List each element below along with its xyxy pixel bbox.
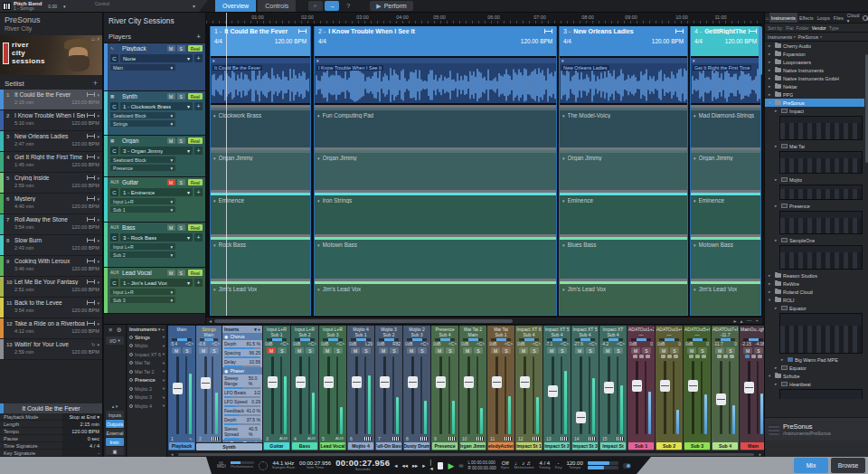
solo-button[interactable]: S xyxy=(177,45,185,52)
song-menu-caret-icon[interactable]: ▾ xyxy=(97,113,99,118)
clip-menu-icon[interactable]: ▾ xyxy=(317,242,320,248)
channel-name-chip[interactable]: Impact St 3 xyxy=(572,442,598,450)
pan-mode-icon[interactable] xyxy=(87,280,95,284)
param-slider[interactable] xyxy=(224,396,260,398)
fader-cap[interactable] xyxy=(604,382,614,393)
chevron-icon[interactable]: ▾ xyxy=(769,298,773,302)
pan-value[interactable]: <C> xyxy=(617,342,625,346)
channel-strip-impact-st-2[interactable]: Impact XT 5Sub 4-7.1<C>MS13Impact St 2 xyxy=(543,326,571,450)
setlist-item[interactable]: 7Roll Away the Stone▾3:54 min120.00 BPM xyxy=(0,214,102,235)
fader-cap[interactable] xyxy=(324,376,334,388)
player-organ[interactable]: ▦OrganMSRealC3 - Organ Jimmy▾+Seaboard B… xyxy=(104,136,205,177)
channel-output-label[interactable]: Sub 4 xyxy=(544,332,570,337)
channel-strip-mojito-4[interactable]: Mojito 4Sub 10dBL29MS6Mojito 4 xyxy=(347,326,374,450)
gain-value[interactable]: -7.1 xyxy=(545,342,552,346)
channel-output-label[interactable]: Main xyxy=(197,332,221,337)
tree-device-mojito[interactable]: ▸Mojito xyxy=(765,175,864,184)
song-column-3[interactable]: 3 -New Orleans Ladies4/4120.00 BPM▾New O… xyxy=(559,26,688,316)
gain-value[interactable]: 0dB xyxy=(349,342,357,346)
chevron-icon[interactable]: ▸ xyxy=(769,43,773,48)
clip-menu-icon[interactable]: ▾ xyxy=(693,198,696,204)
param-slider[interactable] xyxy=(224,414,260,416)
add-patch-icon[interactable]: + xyxy=(194,233,203,242)
arrangement-hscrollbar[interactable]: ◂ ▸▴—+ xyxy=(206,317,762,324)
player-sub-select[interactable]: Input L+R▾ xyxy=(110,289,175,295)
channel-name-chip[interactable]: Main xyxy=(741,442,764,450)
channel-output-label[interactable]: Sub 3 xyxy=(320,332,345,337)
pan-slider[interactable] xyxy=(435,338,455,341)
gain-value[interactable]: -2.15 xyxy=(741,342,751,346)
pan-slider[interactable] xyxy=(547,338,567,341)
fader-area[interactable] xyxy=(432,356,458,435)
mute-button[interactable]: M xyxy=(167,45,175,52)
add-player-icon[interactable]: + xyxy=(197,33,201,41)
fader-cap[interactable] xyxy=(173,383,183,394)
patch-select[interactable]: 1 - Clockwork Brass▾ xyxy=(120,102,193,110)
pattern-clip[interactable]: ▾Blues Bass xyxy=(560,237,687,279)
insert-effect[interactable]: ◉Chorus xyxy=(222,333,262,340)
insert-effect[interactable]: ◉Room Reverb xyxy=(222,440,262,442)
pan-mode-icon[interactable] xyxy=(87,113,95,118)
tempo-display[interactable]: 120.00 Tempo xyxy=(566,460,582,470)
bank-instr[interactable]: Instr. xyxy=(106,438,124,446)
sort-vendor[interactable]: Vendor xyxy=(812,25,826,31)
pan-value[interactable]: <C> xyxy=(448,342,457,346)
fader-area[interactable] xyxy=(572,356,598,435)
player-sub-select[interactable]: Input L+R▾ xyxy=(110,198,175,204)
tree-device-equator[interactable]: ▸Equator xyxy=(765,304,864,312)
clip-menu-icon[interactable]: ▾ xyxy=(693,287,696,292)
play-button[interactable]: ▶ xyxy=(448,461,454,470)
device-thumbnail[interactable] xyxy=(779,389,863,399)
pattern-clip[interactable]: ▾Organ Jimmy xyxy=(315,150,556,190)
macro-control-widget[interactable]: Pitch Bend 1 - Strings 0.00 ▾ Control ▾ xyxy=(0,0,208,12)
breadcrumb-item[interactable]: Instruments xyxy=(768,34,792,40)
fader-area[interactable] xyxy=(656,360,682,435)
clip-menu-icon[interactable]: ▾ xyxy=(562,242,565,248)
mute-button[interactable]: M xyxy=(659,347,668,354)
pan-value[interactable]: <C> xyxy=(589,342,597,346)
fader-area[interactable] xyxy=(741,360,764,435)
player-sub-select[interactable]: Input L+R▾ xyxy=(110,243,175,250)
pan-mode-icon[interactable] xyxy=(87,175,95,180)
mute-button[interactable]: M xyxy=(575,347,584,354)
player-playback[interactable]: ∿PlaybackMSRealCNone▾+Main▾ xyxy=(104,43,205,91)
fader-area[interactable] xyxy=(292,356,317,435)
playback-audio-clip[interactable]: ▾New Orleans Ladies xyxy=(560,58,687,103)
device-thumbnail[interactable] xyxy=(779,151,863,174)
gain-value[interactable]: 0dB xyxy=(293,342,301,346)
instrument-row[interactable]: Strings▾ xyxy=(127,333,166,342)
tree-folder-native-instruments-gmbh[interactable]: ▸Native Instruments GmbH xyxy=(765,74,864,82)
channel-name-chip[interactable]: Presence xyxy=(432,442,458,450)
clip-menu-icon[interactable]: ▾ xyxy=(693,156,696,161)
setlist-item[interactable]: 1It Could Be the Fever▾2:15 min120.00 BP… xyxy=(0,90,102,110)
effect-param[interactable]: LFO Beats1/2 xyxy=(222,389,262,398)
mute-button[interactable]: M xyxy=(167,179,175,185)
player-sub-select[interactable]: Sub 1▾ xyxy=(110,206,175,213)
macro-value-caret-icon[interactable]: ▾ xyxy=(63,4,66,9)
pan-slider[interactable] xyxy=(379,338,399,341)
solo-button[interactable]: S xyxy=(418,347,427,354)
player-sub-select[interactable]: Seaboard Block▾ xyxy=(110,112,175,118)
fader-area[interactable] xyxy=(488,356,514,435)
fader-cap[interactable] xyxy=(464,376,474,388)
setlist-item[interactable]: 13Waitin' for Your Love↻▾2:59 min120.00 … xyxy=(0,339,102,360)
artwork-window-icons[interactable]: ▭ ✕ xyxy=(91,36,100,42)
channel-strip-guitar[interactable]: Input L+RSub 10dB<C>MS3AUXGuitar xyxy=(263,326,290,450)
browser-tab-cloud[interactable]: Cloud ▾ xyxy=(845,13,862,23)
param-slider[interactable] xyxy=(224,387,260,389)
tree-folder-softube[interactable]: ▾Softube xyxy=(765,372,864,380)
device-thumbnail[interactable] xyxy=(779,185,863,200)
tree-folder-presonus[interactable]: ▾PreSonus xyxy=(765,99,864,107)
bank-misc-button[interactable]: ▣ xyxy=(106,447,124,455)
pan-value[interactable]: <C> xyxy=(561,342,569,346)
fader-cap[interactable] xyxy=(520,376,530,388)
player-sub-select[interactable]: Main▾ xyxy=(110,64,175,71)
gain-value[interactable]: 0dB xyxy=(461,342,469,346)
tree-device-sampleone[interactable]: ▸SampleOne xyxy=(765,236,864,244)
channel-name-chip[interactable]: Impact St xyxy=(600,442,626,450)
channel-name-chip[interactable]: Sub 3 xyxy=(684,442,710,450)
channel-name-chip[interactable]: Mojito 4 xyxy=(348,442,373,450)
pan-value[interactable]: <C> xyxy=(308,342,316,346)
channel-strip-presence[interactable]: PresenceSub 40dB<C>MS9Presence xyxy=(431,326,458,450)
arrangement-vscrollbar[interactable] xyxy=(759,26,762,75)
